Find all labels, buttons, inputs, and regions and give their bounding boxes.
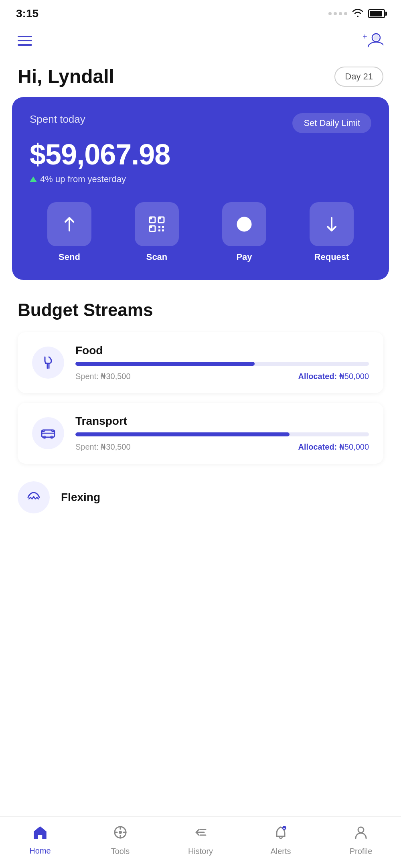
- tools-icon: [113, 825, 128, 844]
- send-button[interactable]: [47, 202, 91, 246]
- budget-item-flexing-partial: Flexing: [18, 473, 383, 513]
- transport-details: Transport Spent: ₦30,500 Allocated: ₦50,…: [75, 415, 369, 452]
- request-button[interactable]: [310, 202, 354, 246]
- up-arrow-icon: [30, 176, 37, 182]
- status-icons: [328, 8, 385, 20]
- budget-item-food[interactable]: Food Spent: ₦30,500 Allocated: ₦50,000: [18, 332, 383, 393]
- request-icon: [322, 215, 341, 234]
- scan-icon: [147, 215, 166, 234]
- send-action: Send: [30, 202, 109, 262]
- menu-button[interactable]: [18, 36, 32, 46]
- request-action: Request: [292, 202, 371, 262]
- transport-allocated: Allocated: ₦50,000: [298, 442, 369, 452]
- send-label: Send: [59, 252, 80, 262]
- food-allocated: Allocated: ₦50,000: [298, 371, 369, 381]
- battery-icon: [368, 9, 385, 18]
- send-icon: [60, 215, 79, 234]
- flexing-icon: [18, 481, 50, 513]
- food-progress-fill: [75, 362, 255, 366]
- food-progress-bg: [75, 362, 369, 366]
- home-label: Home: [29, 846, 51, 856]
- bottom-nav: Home Tools History: [0, 816, 401, 868]
- tools-label: Tools: [111, 847, 130, 856]
- svg-point-27: [358, 827, 364, 833]
- status-time: 3:15: [16, 7, 38, 20]
- status-bar: 3:15: [0, 0, 401, 24]
- transport-progress-bg: [75, 432, 369, 436]
- greeting-section: Hi, Lyndall Day 21: [0, 57, 401, 97]
- profile-label: Profile: [350, 847, 373, 856]
- alerts-label: Alerts: [270, 847, 291, 856]
- svg-point-20: [119, 831, 122, 834]
- action-buttons: Send Scan: [30, 202, 371, 262]
- svg-rect-6: [158, 217, 161, 219]
- spent-today-label: Spent today: [30, 113, 85, 126]
- history-icon: [193, 825, 208, 844]
- svg-text:+: +: [283, 827, 285, 830]
- nav-profile[interactable]: Profile: [337, 825, 385, 856]
- svg-rect-8: [150, 226, 152, 228]
- pay-action: Pay: [205, 202, 284, 262]
- budget-item-transport[interactable]: Transport Spent: ₦30,500 Allocated: ₦50,…: [18, 403, 383, 464]
- flexing-label: Flexing: [61, 491, 100, 504]
- day-badge: Day 21: [334, 67, 383, 87]
- top-nav: +: [0, 24, 401, 57]
- svg-rect-9: [158, 226, 160, 228]
- pay-label: Pay: [236, 252, 252, 262]
- transport-icon: [32, 417, 64, 449]
- scan-action: Scan: [117, 202, 196, 262]
- pay-icon: [235, 215, 254, 234]
- scan-button[interactable]: [135, 202, 179, 246]
- food-name: Food: [75, 344, 369, 357]
- hamburger-icon: [18, 36, 32, 46]
- transport-progress-fill: [75, 432, 290, 436]
- food-details: Food Spent: ₦30,500 Allocated: ₦50,000: [75, 344, 369, 381]
- add-user-button[interactable]: +: [363, 32, 383, 49]
- scan-label: Scan: [146, 252, 168, 262]
- add-user-icon: +: [363, 32, 383, 49]
- budget-section-title: Budget Streams: [18, 300, 383, 320]
- nav-tools[interactable]: Tools: [96, 825, 144, 856]
- alerts-icon: +: [273, 825, 288, 844]
- svg-rect-10: [162, 226, 164, 228]
- nav-home[interactable]: Home: [16, 825, 64, 856]
- home-icon: [32, 825, 48, 843]
- nav-alerts[interactable]: + Alerts: [257, 825, 305, 856]
- food-amounts: Spent: ₦30,500 Allocated: ₦50,000: [75, 371, 369, 381]
- main-card: Spent today Set Daily Limit $59,067.98 4…: [12, 97, 389, 280]
- change-text: 4% up from yesterday: [40, 174, 126, 185]
- request-label: Request: [314, 252, 349, 262]
- change-indicator: 4% up from yesterday: [30, 174, 371, 185]
- signal-icon: [328, 12, 347, 15]
- profile-icon: [353, 825, 369, 844]
- svg-rect-12: [162, 229, 164, 231]
- svg-rect-4: [150, 217, 152, 219]
- nav-history[interactable]: History: [176, 825, 225, 856]
- svg-point-18: [50, 436, 53, 439]
- svg-rect-11: [158, 229, 160, 231]
- transport-name: Transport: [75, 415, 369, 428]
- history-label: History: [188, 847, 213, 856]
- food-icon: [32, 347, 64, 379]
- greeting-text: Hi, Lyndall: [18, 65, 114, 87]
- set-daily-limit-button[interactable]: Set Daily Limit: [292, 113, 371, 133]
- amount-display: $59,067.98: [30, 138, 371, 171]
- budget-section: Budget Streams Food Spent: ₦30,500 Alloc…: [0, 280, 401, 521]
- food-spent: Spent: ₦30,500: [75, 371, 131, 381]
- wifi-icon: [351, 8, 364, 20]
- svg-text:+: +: [363, 32, 367, 41]
- transport-spent: Spent: ₦30,500: [75, 442, 131, 452]
- pay-button[interactable]: [222, 202, 266, 246]
- svg-point-2: [373, 35, 379, 41]
- transport-amounts: Spent: ₦30,500 Allocated: ₦50,000: [75, 442, 369, 452]
- svg-point-17: [43, 436, 46, 439]
